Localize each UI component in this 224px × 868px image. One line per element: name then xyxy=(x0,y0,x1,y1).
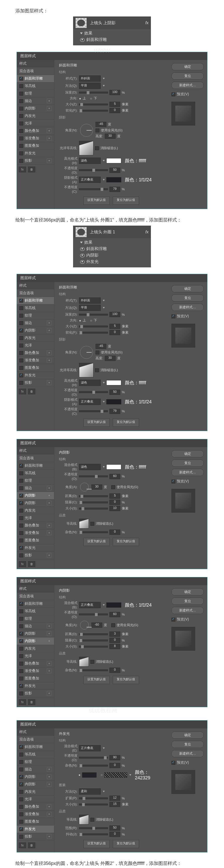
subsection: 结构 xyxy=(59,70,163,74)
layer-style-dialog-4: 图层样式 样式 混合选项 斜面和浮雕 等高线 纹理 描边+ 内阴影+ 内阴影+ … xyxy=(17,577,207,707)
color-annotation: 颜色：ffffff xyxy=(125,158,146,164)
size-slider[interactable] xyxy=(79,103,108,105)
fx-button[interactable]: fx xyxy=(19,167,26,172)
instruction-1: 添加图层样式： xyxy=(15,8,209,14)
disclosure-icon[interactable] xyxy=(80,32,83,34)
layer-name: 上镜头 外圈 1 xyxy=(90,229,115,235)
layer-effects-panel-1: 上镜头 上阴影 fx 效果 斜面和浮雕 xyxy=(73,17,151,45)
soften-input[interactable]: 0 xyxy=(109,108,120,113)
preview-swatch xyxy=(171,102,195,125)
shadow-color[interactable] xyxy=(106,177,121,182)
set-default-button[interactable]: 设置为默认值 xyxy=(84,196,110,205)
color-annotation: 颜色：242329 xyxy=(135,769,163,781)
layer-style-dialog-5: 图层样式 样式 混合选项 斜面和浮雕 等高线 纹理 描边+ 内阴影+ 内阴影+ … xyxy=(17,720,207,852)
depth-input[interactable]: 100 xyxy=(109,90,120,95)
color-annotation: 颜色：ffffff xyxy=(125,464,146,470)
angle-input[interactable]: -45 xyxy=(96,122,106,127)
glow-color[interactable] xyxy=(82,772,97,778)
sidebar-pat-overlay[interactable]: 图案叠加 xyxy=(17,142,54,150)
new-style-button[interactable]: 新建样式… xyxy=(171,82,204,89)
soften-slider[interactable] xyxy=(79,110,108,112)
sidebar-blend[interactable]: 混合选项 xyxy=(17,67,54,75)
style-select[interactable]: 外斜面 xyxy=(79,75,101,82)
contour-picker[interactable] xyxy=(79,141,93,155)
watermark: 优优教程网 xyxy=(89,707,117,714)
sidebar-outer-glow[interactable]: 外发光 xyxy=(17,150,54,157)
sidebar-bevel[interactable]: 斜面和浮雕 xyxy=(17,75,54,83)
angle-control[interactable] xyxy=(80,124,93,137)
layer-style-dialog-1: 图层样式 样式 混合选项 斜面和浮雕 等高线 纹理 描边+ 内阴影+ 内发光 光… xyxy=(17,52,207,209)
settings-panel: 斜面和浮雕 结构 样式(T):外斜面 方法(Q):平滑 深度(D):100% 方… xyxy=(54,60,168,209)
effects-sidebar: 样式 混合选项 斜面和浮雕 等高线 纹理 描边+ 内阴影+ 内发光 光泽 颜色叠… xyxy=(17,60,54,209)
size-input[interactable]: 5 xyxy=(109,102,120,107)
layer-style-dialog-3: 图层样式 样式 混合选项 斜面和浮雕 等高线 纹理 描边+ 内阴影+ 内阴影+ … xyxy=(17,439,207,569)
sidebar-contour[interactable]: 等高线 xyxy=(17,83,54,90)
trash-icon[interactable]: 🗑 xyxy=(28,167,35,172)
highlight-mode[interactable]: 滤色 xyxy=(79,158,101,164)
layer-name: 上镜头 上阴影 xyxy=(90,20,116,26)
altitude-input[interactable]: 30 xyxy=(105,134,116,139)
dialog-title: 图层样式 xyxy=(17,52,207,60)
subsection: 阴影 xyxy=(59,115,163,120)
color-annotation: 颜色：1f1f24 xyxy=(125,177,152,183)
fx-icon: fx xyxy=(146,230,149,235)
highlight-color[interactable] xyxy=(106,158,121,163)
cancel-button[interactable]: 复位 xyxy=(171,72,204,80)
glow-gradient[interactable] xyxy=(104,772,127,778)
instruction-3: 绘制一个直径356px的圆，命名为"上镜头 外圈2"，填充颜色ffffff，添加… xyxy=(15,860,209,866)
sidebar-color-overlay[interactable]: 颜色叠加+ xyxy=(17,127,54,135)
sidebar-grad-overlay[interactable]: 渐变叠加+ xyxy=(17,135,54,142)
ok-button[interactable]: 确定 xyxy=(171,63,204,70)
color-annotation: 颜色：1f1f24 xyxy=(125,602,152,608)
shadow-mode[interactable]: 正片叠底 xyxy=(79,177,101,183)
layer-effects-panel-2: 上镜头 外圈 1 fx 效果 斜面和浮雕 内阴影 外发光 xyxy=(73,226,151,267)
add-icon[interactable]: + xyxy=(47,99,52,103)
sidebar-texture[interactable]: 纹理 xyxy=(17,90,54,97)
layer-style-dialog-2: 图层样式 样式 混合选项 斜面和浮雕 等高线 纹理 描边+ 内阴影+ 内发光 光… xyxy=(17,274,207,431)
visibility-icon[interactable] xyxy=(80,38,85,42)
checkbox-icon[interactable] xyxy=(19,77,23,81)
fx-icon: fx xyxy=(146,21,149,25)
sidebar-satin[interactable]: 光泽 xyxy=(17,120,54,127)
sidebar-stroke[interactable]: 描边+ xyxy=(17,97,54,105)
effect-bevel: 斜面和浮雕 xyxy=(86,37,107,42)
effects-label: 效果 xyxy=(84,31,92,36)
sidebar-inner-glow[interactable]: 内发光 xyxy=(17,112,54,120)
instruction-2: 绘制一个直径366px的圆，命名为"上镜头 外圈1"，填充颜色ffffff，添加… xyxy=(15,217,209,223)
checkbox-icon[interactable] xyxy=(19,84,23,88)
depth-slider[interactable] xyxy=(79,92,108,93)
layer-thumbnail xyxy=(75,18,87,28)
tech-select[interactable]: 平滑 xyxy=(79,83,101,89)
sidebar-inner-shadow[interactable]: 内阴影+ xyxy=(17,105,54,112)
reset-default-button[interactable]: 复位为默认值 xyxy=(113,196,139,205)
sidebar-styles[interactable]: 样式 xyxy=(17,60,54,67)
sidebar-drop-shadow[interactable]: 投影+ xyxy=(17,157,54,164)
dialog-actions: 确定 复位 新建样式… 预览(V) xyxy=(168,60,207,209)
preview-label: 预览(V) xyxy=(177,92,189,97)
section-title: 斜面和浮雕 xyxy=(59,63,163,68)
layer-thumbnail xyxy=(75,227,87,237)
